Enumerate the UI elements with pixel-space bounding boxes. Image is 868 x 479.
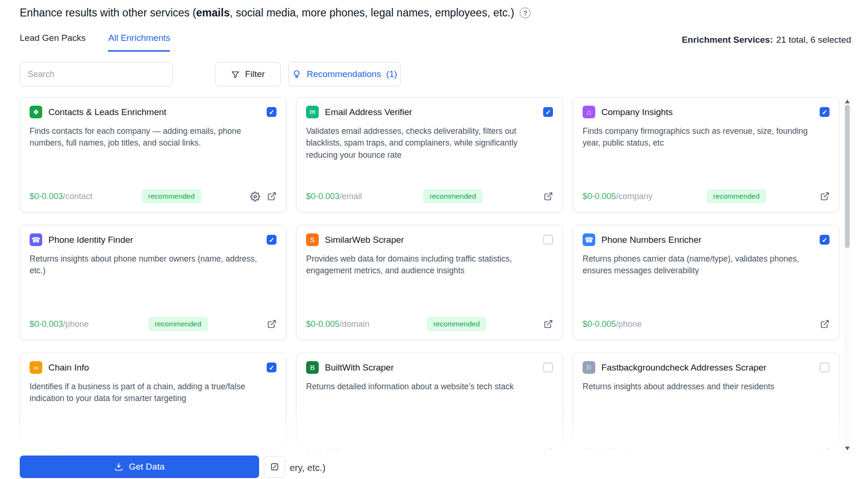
card-header: S SimilarWeb Scraper xyxy=(306,233,553,246)
page-title-bold: emails xyxy=(196,7,230,19)
card-header: ❖ Contacts & Leads Enrichment ✓ xyxy=(30,106,277,118)
card-price: $0-0.003/contact xyxy=(30,192,92,201)
card-price: $0-0.005/company xyxy=(583,192,653,201)
enrichment-card[interactable]: ☎ Phone Identity Finder ✓ Returns insigh… xyxy=(20,225,286,340)
scroll-up-icon[interactable] xyxy=(845,100,850,103)
enrichment-card[interactable]: ❖ Contacts & Leads Enrichment ✓ Finds co… xyxy=(20,97,286,212)
card-price-unit: /domain xyxy=(339,319,369,329)
card-header: B BuiltWith Scraper xyxy=(306,361,553,374)
secondary-action-button[interactable] xyxy=(264,456,285,478)
card-price-unit: /company xyxy=(616,192,653,201)
card-description: Provides web data for domains including … xyxy=(306,253,553,277)
card-checkbox[interactable]: ✓ xyxy=(267,107,277,117)
filter-icon xyxy=(231,70,240,79)
filter-button[interactable]: Filter xyxy=(215,62,281,86)
card-description: Identifies if a business is part of a ch… xyxy=(30,381,277,405)
chain-icon: ∞ xyxy=(30,361,42,374)
card-price: $0-0.003/email xyxy=(306,192,362,201)
card-description: Returns phones carrier data (name/type),… xyxy=(583,253,830,277)
get-data-label: Get Data xyxy=(129,462,164,472)
scrollbar-thumb[interactable] xyxy=(845,105,850,248)
address-icon: ⚐ xyxy=(583,361,595,374)
recommendations-label: Recommendations xyxy=(307,69,381,79)
enrichment-card[interactable]: ☎ Phone Numbers Enricher ✓ Returns phone… xyxy=(573,225,839,340)
external-link-icon[interactable] xyxy=(820,192,830,201)
card-footer: $0-0.005/company recommended xyxy=(583,189,830,204)
scroll-down-icon[interactable] xyxy=(845,447,850,450)
card-footer: $0-0.005/domain recommended xyxy=(306,317,553,332)
card-footer: $0-0.003/email recommended xyxy=(306,189,553,204)
download-icon xyxy=(114,462,123,471)
external-link-icon[interactable] xyxy=(267,319,277,329)
card-price-value: $0-0.003 xyxy=(30,192,63,201)
card-description: Finds contacts for each company — adding… xyxy=(30,125,277,149)
card-price-unit: /contact xyxy=(63,192,92,201)
card-checkbox[interactable] xyxy=(543,363,553,372)
recommendations-button[interactable]: Recommendations (1) xyxy=(288,62,401,86)
card-description: Returns insights about addresses and the… xyxy=(583,381,830,393)
external-link-icon[interactable] xyxy=(820,319,830,329)
background-text-fragment: ery, etc.) xyxy=(290,463,325,473)
company-icon: ⌂ xyxy=(583,106,595,118)
card-description: Returns insights about phone number owne… xyxy=(30,253,277,277)
recommended-badge: recommended xyxy=(427,317,486,331)
card-price: $0-0.005/phone xyxy=(583,319,642,329)
card-header: ☎ Phone Numbers Enricher ✓ xyxy=(583,233,830,246)
card-title: Company Insights xyxy=(601,107,673,117)
help-icon[interactable]: ? xyxy=(520,8,530,18)
card-price-value: $0-0.003 xyxy=(306,192,339,201)
recommendations-count: (1) xyxy=(386,69,397,79)
card-checkbox[interactable] xyxy=(820,363,830,372)
card-title: Phone Numbers Enricher xyxy=(601,235,701,245)
builtwith-icon: B xyxy=(306,361,319,374)
card-title: BuiltWith Scraper xyxy=(325,363,394,373)
card-header: ☎ Phone Identity Finder ✓ xyxy=(30,233,277,246)
email-icon: ✉ xyxy=(306,106,319,118)
card-checkbox[interactable]: ✓ xyxy=(820,107,830,117)
vertical-scrollbar[interactable] xyxy=(844,97,851,453)
card-checkbox[interactable] xyxy=(543,235,553,245)
contacts-icon: ❖ xyxy=(30,106,42,118)
similarweb-icon: S xyxy=(306,233,319,246)
recommended-badge: recommended xyxy=(142,189,201,203)
card-checkbox[interactable]: ✓ xyxy=(820,235,830,245)
card-header: ∞ Chain Info ✓ xyxy=(30,361,277,374)
card-description: Validates email addresses, checks delive… xyxy=(306,125,553,161)
card-checkbox[interactable]: ✓ xyxy=(267,363,277,372)
recommended-badge: recommended xyxy=(148,317,208,331)
card-title: SimilarWeb Scraper xyxy=(325,235,404,245)
card-header: ⌂ Company Insights ✓ xyxy=(583,106,830,118)
card-title: Phone Identity Finder xyxy=(48,235,133,245)
card-price: $0-0.003/phone xyxy=(30,319,89,329)
tab-lead-gen-packs[interactable]: Lead Gen Packs xyxy=(20,33,85,52)
enrichment-card[interactable]: S SimilarWeb Scraper Provides web data f… xyxy=(296,225,563,340)
page-title-prefix: Enhance results with other services ( xyxy=(20,7,196,19)
external-link-icon[interactable] xyxy=(544,192,553,201)
card-price-value: $0-0.005 xyxy=(583,192,616,201)
tab-all-enrichments[interactable]: All Enrichments xyxy=(108,33,170,52)
card-title: Contacts & Leads Enrichment xyxy=(48,107,166,117)
card-price-unit: /phone xyxy=(63,319,89,329)
get-data-button[interactable]: Get Data xyxy=(20,456,259,478)
recommended-badge: recommended xyxy=(707,189,766,203)
page-title-suffix: , social media, more phones, legal names… xyxy=(230,7,514,19)
external-link-icon[interactable] xyxy=(267,192,277,201)
phone-book-icon: ☎ xyxy=(30,233,42,246)
external-link-icon[interactable] xyxy=(544,319,553,329)
card-price-unit: /phone xyxy=(616,319,642,329)
recommended-badge: recommended xyxy=(423,189,483,203)
card-description: Returns detailed information about a web… xyxy=(306,381,553,393)
card-checkbox[interactable]: ✓ xyxy=(267,235,277,245)
enrichment-card[interactable]: ⌂ Company Insights ✓ Finds company firmo… xyxy=(573,97,839,212)
card-title: Email Address Verifier xyxy=(325,107,412,117)
enrichment-summary: Enrichment Services:21 total, 6 selected xyxy=(682,35,851,45)
card-footer: $0-0.003/contact recommended xyxy=(30,189,277,204)
phone-icon: ☎ xyxy=(583,233,595,246)
card-header: ⚐ Fastbackgroundcheck Addresses Scraper xyxy=(583,361,830,374)
card-price-unit: /email xyxy=(339,192,362,201)
enrichment-card[interactable]: ✉ Email Address Verifier ✓ Validates ema… xyxy=(296,97,563,212)
card-description: Finds company firmographics such as reve… xyxy=(583,125,830,149)
search-input[interactable] xyxy=(20,62,173,86)
card-checkbox[interactable]: ✓ xyxy=(543,107,553,117)
settings-gear-icon[interactable] xyxy=(250,192,260,201)
